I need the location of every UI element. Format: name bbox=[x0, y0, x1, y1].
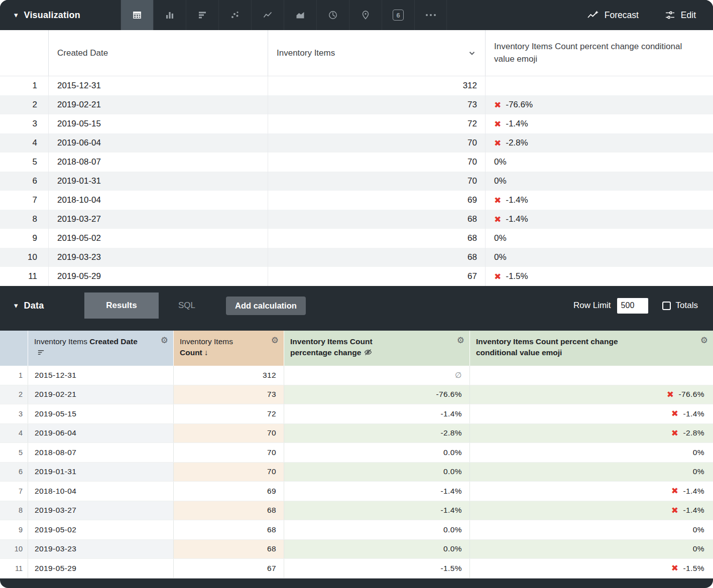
results-table-row[interactable]: 62019-01-31700.0%0% bbox=[0, 463, 713, 482]
scatter-viz-icon[interactable] bbox=[218, 0, 251, 30]
gear-icon[interactable] bbox=[457, 335, 464, 346]
row-number: 5 bbox=[0, 443, 28, 462]
viz-col-created-date[interactable]: Created Date bbox=[48, 30, 268, 76]
row-number: 2 bbox=[0, 95, 48, 114]
results-table-row[interactable]: 112019-05-2967-1.5%-1.5% bbox=[0, 559, 713, 578]
results-table-row[interactable]: 22019-02-2173-76.6%-76.6% bbox=[0, 385, 713, 405]
viz-table-row[interactable]: 12015-12-31312 bbox=[0, 76, 713, 95]
results-table-body: 12015-12-31312∅22019-02-2173-76.6%-76.6%… bbox=[0, 366, 713, 578]
table-viz-icon[interactable] bbox=[121, 0, 153, 30]
line-chart-viz-icon[interactable] bbox=[251, 0, 284, 30]
percent-change-value: -1.4% bbox=[506, 214, 528, 224]
row-number: 7 bbox=[0, 482, 28, 501]
created-date-cell: 2019-05-02 bbox=[48, 229, 268, 248]
bar-chart-viz-icon[interactable] bbox=[186, 0, 218, 30]
gear-icon[interactable] bbox=[271, 335, 279, 346]
percent-change-value: 0% bbox=[494, 233, 507, 243]
percent-change-value: 0% bbox=[494, 176, 507, 186]
row-number: 9 bbox=[0, 229, 48, 248]
results-col-created-date[interactable]: Inventory Items Created Date bbox=[28, 331, 173, 366]
viz-table-row[interactable]: 112019-05-2967-1.5% bbox=[0, 267, 713, 286]
totals-checkbox[interactable] bbox=[662, 302, 671, 310]
row-limit-input[interactable] bbox=[617, 298, 648, 314]
viz-table-row[interactable]: 42019-06-0470-2.8% bbox=[0, 133, 713, 153]
viz-table-row[interactable]: 52018-08-07700% bbox=[0, 153, 713, 172]
count-cell: 70 bbox=[173, 443, 284, 462]
viz-col-inventory-items[interactable]: Inventory Items bbox=[268, 30, 485, 76]
percentage-change-cell: -1.4% bbox=[284, 404, 469, 423]
viz-table-row[interactable]: 22019-02-2173-76.6% bbox=[0, 95, 713, 114]
row-number: 5 bbox=[0, 153, 48, 172]
created-date-cell: 2019-03-27 bbox=[48, 210, 268, 229]
created-date-cell: 2018-08-07 bbox=[28, 443, 173, 462]
results-col-count[interactable]: Inventory Items Count ↓ bbox=[173, 331, 284, 366]
viz-table-row[interactable]: 92019-05-02680% bbox=[0, 229, 713, 248]
row-number: 8 bbox=[0, 210, 48, 229]
visualization-collapse[interactable]: Visualization bbox=[0, 0, 121, 30]
area-chart-viz-icon[interactable] bbox=[284, 0, 316, 30]
single-value-viz-icon[interactable]: 6 bbox=[382, 0, 414, 30]
results-col-percentage-change[interactable]: Inventory Items Count percentage change bbox=[284, 331, 469, 366]
percentage-change-cell: -1.4% bbox=[284, 482, 469, 501]
forecast-button[interactable]: Forecast bbox=[587, 10, 639, 21]
emoji-cell: -1.4% bbox=[469, 404, 713, 423]
results-col-emoji[interactable]: Inventory Items Count percent change con… bbox=[469, 331, 713, 366]
results-table-row[interactable]: 52018-08-07700.0%0% bbox=[0, 443, 713, 463]
results-table-row[interactable]: 92019-05-02680.0%0% bbox=[0, 520, 713, 540]
created-date-cell: 2019-05-29 bbox=[28, 559, 173, 578]
map-viz-icon[interactable] bbox=[349, 0, 382, 30]
created-date-cell: 2019-05-15 bbox=[28, 404, 173, 423]
chevron-down-icon[interactable] bbox=[467, 49, 477, 58]
count-cell: 70 bbox=[173, 463, 284, 482]
more-viz-types-icon[interactable] bbox=[414, 0, 447, 30]
viz-table-row[interactable]: 102019-03-23680% bbox=[0, 248, 713, 267]
viz-table-row[interactable]: 82019-03-2768-1.4% bbox=[0, 210, 713, 229]
gear-icon[interactable] bbox=[161, 335, 168, 346]
viz-table-row[interactable]: 72018-10-0469-1.4% bbox=[0, 191, 713, 210]
data-bar-right: Row Limit Totals bbox=[573, 292, 713, 319]
created-date-cell: 2018-10-04 bbox=[48, 191, 268, 210]
count-cell: 69 bbox=[173, 482, 284, 501]
results-table-row[interactable]: 82019-03-2768-1.4%-1.4% bbox=[0, 501, 713, 521]
percent-change-value: 0% bbox=[494, 157, 507, 167]
emoji-percent-value: -1.4% bbox=[683, 487, 705, 496]
data-collapse[interactable]: Data bbox=[0, 292, 84, 319]
percent-change-value: 0% bbox=[494, 252, 507, 262]
created-date-cell: 2018-08-07 bbox=[48, 153, 268, 172]
pie-chart-viz-icon[interactable] bbox=[316, 0, 349, 30]
results-table-row[interactable]: 12015-12-31312∅ bbox=[0, 366, 713, 385]
row-number: 4 bbox=[0, 133, 48, 153]
tab-sql[interactable]: SQL bbox=[159, 292, 215, 319]
edit-button[interactable]: Edit bbox=[665, 10, 696, 21]
add-calculation-button[interactable]: Add calculation bbox=[226, 297, 306, 315]
gear-icon[interactable] bbox=[700, 335, 708, 346]
red-x-icon bbox=[494, 214, 501, 225]
sort-rows-icon bbox=[37, 349, 45, 356]
inventory-items-count-cell: 68 bbox=[268, 229, 485, 248]
viz-table-row[interactable]: 62019-01-31700% bbox=[0, 172, 713, 191]
row-number: 10 bbox=[0, 248, 48, 267]
results-table-row[interactable]: 32019-05-1572-1.4%-1.4% bbox=[0, 404, 713, 424]
emoji-percent-value: -1.4% bbox=[683, 409, 705, 418]
count-cell: 312 bbox=[173, 366, 284, 385]
row-limit-label: Row Limit bbox=[573, 301, 611, 311]
viz-col-percent-change-emoji[interactable]: Inventory Items Count percent change con… bbox=[485, 30, 713, 76]
percentage-change-cell: 0.0% bbox=[284, 540, 469, 559]
visualization-table: Created Date Inventory Items Inventory I… bbox=[0, 30, 713, 286]
inventory-items-count-cell: 68 bbox=[268, 248, 485, 267]
column-chart-viz-icon[interactable] bbox=[153, 0, 186, 30]
results-table-row[interactable]: 72018-10-0469-1.4%-1.4% bbox=[0, 482, 713, 501]
row-number: 4 bbox=[0, 424, 28, 443]
viz-table-row[interactable]: 32019-05-1572-1.4% bbox=[0, 114, 713, 133]
created-date-cell: 2019-06-04 bbox=[48, 133, 268, 153]
tab-results[interactable]: Results bbox=[84, 292, 159, 319]
inventory-items-header-label: Inventory Items bbox=[277, 48, 335, 58]
results-table-row[interactable]: 42019-06-0470-2.8%-2.8% bbox=[0, 424, 713, 444]
collapse-caret-icon bbox=[14, 301, 18, 310]
results-table-row[interactable]: 102019-03-23680.0%0% bbox=[0, 540, 713, 559]
emoji-cell: 0% bbox=[469, 463, 713, 482]
emoji-header-label: Inventory Items Count percent change con… bbox=[494, 41, 685, 65]
percentage-change-cell: 0.0% bbox=[284, 520, 469, 539]
emoji-cell: -1.5% bbox=[469, 559, 713, 578]
red-x-icon bbox=[494, 100, 501, 110]
